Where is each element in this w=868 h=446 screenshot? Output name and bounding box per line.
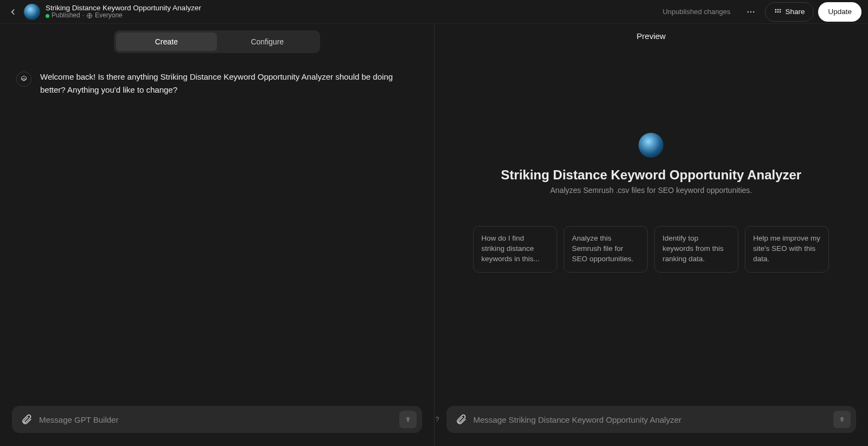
share-icon bbox=[774, 8, 782, 16]
arrow-up-icon bbox=[838, 415, 846, 424]
preview-composer: ? bbox=[446, 406, 857, 433]
paperclip-icon bbox=[455, 413, 467, 425]
suggestion-card[interactable]: How do I find striking distance keywords… bbox=[473, 226, 557, 273]
attach-button[interactable] bbox=[17, 410, 36, 429]
svg-rect-8 bbox=[777, 11, 778, 12]
preview-gpt-title: Striking Distance Keyword Opportunity An… bbox=[501, 167, 801, 183]
tab-create[interactable]: Create bbox=[116, 33, 217, 51]
status-dot-icon bbox=[46, 14, 49, 18]
preview-heading: Preview bbox=[435, 24, 869, 46]
more-menu-button[interactable] bbox=[741, 2, 761, 22]
svg-rect-4 bbox=[775, 9, 776, 10]
preview-input[interactable] bbox=[470, 415, 834, 424]
openai-icon bbox=[20, 75, 28, 83]
paperclip-icon bbox=[21, 413, 33, 425]
svg-rect-5 bbox=[777, 9, 778, 10]
page-title: Striking Distance Keyword Opportunity An… bbox=[46, 4, 201, 12]
back-button[interactable] bbox=[7, 5, 20, 18]
builder-tabs: Create Configure bbox=[114, 30, 320, 53]
svg-point-1 bbox=[748, 11, 749, 12]
suggestion-card[interactable]: Help me improve my site's SEO with this … bbox=[745, 226, 829, 273]
attach-button[interactable] bbox=[452, 410, 470, 429]
preview-gpt-description: Analyzes Semrush .csv files for SEO keyw… bbox=[550, 186, 752, 195]
send-button[interactable] bbox=[399, 411, 417, 428]
status-published: Published bbox=[52, 12, 80, 20]
update-button-label: Update bbox=[828, 8, 852, 16]
chevron-left-icon bbox=[8, 7, 18, 17]
builder-composer: ? bbox=[12, 406, 422, 433]
svg-rect-7 bbox=[775, 11, 776, 12]
gpt-avatar bbox=[24, 4, 40, 20]
status-audience: Everyone bbox=[95, 12, 123, 20]
svg-point-2 bbox=[750, 11, 751, 12]
update-button[interactable]: Update bbox=[818, 2, 861, 22]
preview-gpt-avatar bbox=[639, 133, 663, 158]
unpublished-changes-label: Unpublished changes bbox=[662, 8, 730, 16]
share-button-label: Share bbox=[785, 8, 805, 16]
arrow-up-icon bbox=[404, 415, 412, 424]
ellipsis-icon bbox=[746, 7, 756, 17]
suggestion-card[interactable]: Analyze this Semrush file for SEO opport… bbox=[564, 226, 648, 273]
tab-configure[interactable]: Configure bbox=[217, 33, 318, 51]
send-button[interactable] bbox=[833, 411, 851, 428]
svg-point-3 bbox=[753, 11, 754, 12]
share-button[interactable]: Share bbox=[765, 2, 814, 22]
globe-icon bbox=[86, 12, 93, 19]
assistant-message: Welcome back! Is there anything Striking… bbox=[40, 70, 407, 96]
builder-input[interactable] bbox=[36, 415, 399, 424]
assistant-avatar bbox=[16, 72, 31, 87]
status-separator: · bbox=[82, 12, 84, 20]
svg-rect-9 bbox=[780, 11, 781, 12]
suggestion-card[interactable]: Identify top keywords from this ranking … bbox=[654, 226, 738, 273]
svg-rect-6 bbox=[780, 9, 781, 10]
